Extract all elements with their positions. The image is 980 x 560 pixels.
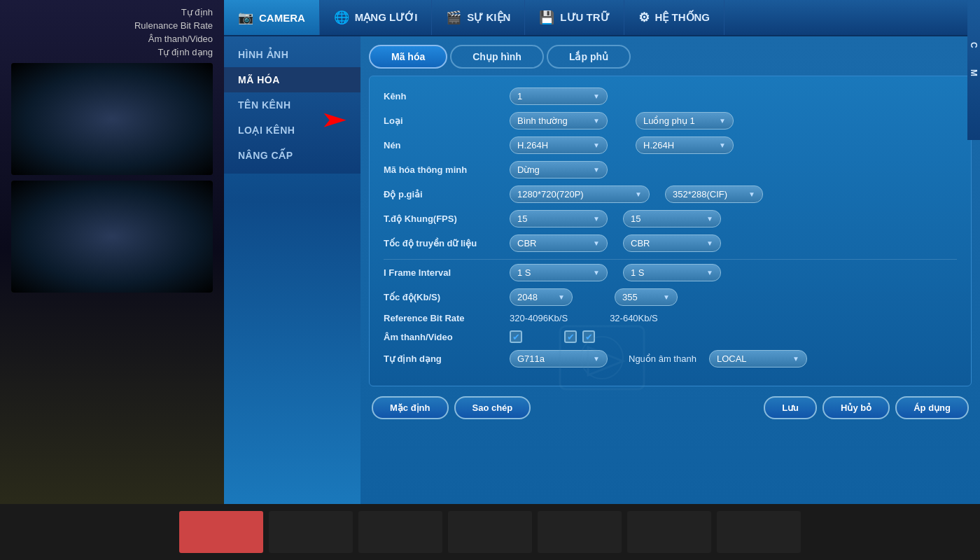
sidebar-item-ma-hoa[interactable]: MÃ HÓA — [224, 67, 360, 92]
bottom-camera-7 — [717, 511, 801, 553]
bottom-camera-5 — [538, 511, 622, 553]
select-toc-do-truyen-col1[interactable]: CBR ▼ — [510, 234, 608, 252]
bottom-camera-4 — [448, 511, 532, 553]
select-i-frame-col1[interactable]: 1 S ▼ — [510, 264, 608, 281]
content-area: Mã hóa Chụp hình Lắp phủ Kênh 1 ▼ Loại — [360, 36, 980, 504]
btn-group-right: Lưu Hủy bỏ Áp dụng — [764, 396, 969, 419]
sidebar-item-nang-cap[interactable]: Nâng cấp — [224, 143, 360, 168]
camera-feed-1 — [11, 63, 213, 175]
row-i-frame-interval: I Frame Interval 1 S ▼ 1 S ▼ — [384, 264, 957, 281]
mac-dinh-button[interactable]: Mặc định — [372, 396, 449, 419]
select-tdo-khung-col2[interactable]: 15 ▼ — [623, 210, 721, 227]
chevron-down-icon: ▼ — [706, 269, 713, 276]
tab-chup-hinh[interactable]: Chụp hình — [450, 45, 544, 69]
select-toc-do-kb-col1[interactable]: 2048 ▼ — [510, 288, 573, 306]
network-icon: 🌐 — [334, 10, 349, 25]
row-ma-hoa-thong-minh: Mã hóa thông minh Dừng ▼ — [384, 161, 957, 178]
red-arrow: ➤ — [321, 108, 346, 132]
bg-text-3: Âm thanh/Video — [11, 34, 213, 44]
nav-mang-luoi-label: MẠNG LƯỚI — [355, 11, 418, 24]
sidebar-menu: HÌNH ẢNH MÃ HÓA TÊN KÊNH LOẠI KÊNH Nâng … — [224, 36, 360, 174]
huy-bo-button[interactable]: Hủy bỏ — [822, 396, 890, 419]
select-toc-do-truyen-col2[interactable]: CBR ▼ — [623, 234, 721, 252]
bg-text-1: Tự định — [11, 7, 213, 18]
tab-lap-phu[interactable]: Lắp phủ — [547, 45, 631, 69]
chevron-down-icon: ▼ — [748, 190, 755, 198]
label-am-thanh-video: Âm thanh/Video — [384, 332, 503, 342]
top-nav: 📷 CAMERA 🌐 MẠNG LƯỚI 🎬 SỰ KIỆN 💾 LƯU TRỮ… — [224, 0, 980, 36]
chevron-down-icon: ▼ — [706, 239, 713, 247]
nav-luu-tru[interactable]: 💾 LƯU TRỮ — [525, 0, 624, 35]
select-i-frame-col2[interactable]: 1 S ▼ — [623, 264, 721, 281]
label-loai: Loại — [384, 115, 503, 126]
nav-luu-tru-label: LƯU TRỮ — [560, 11, 609, 24]
label-i-frame-interval: I Frame Interval — [384, 267, 503, 278]
chevron-down-icon: ▼ — [558, 293, 565, 301]
camera-feed-2 — [11, 181, 213, 293]
checkbox-icon-1[interactable]: ✔ — [510, 330, 522, 343]
chevron-down-icon: ▼ — [593, 269, 600, 276]
label-toc-do-kb: Tốc độ(Kb/S) — [384, 292, 503, 302]
select-ma-hoa-thong-minh[interactable]: Dừng ▼ — [510, 161, 608, 178]
select-toc-do-kb-col2[interactable]: 355 ▼ — [615, 288, 678, 306]
label-kenh: Kênh — [384, 91, 503, 102]
chevron-down-icon: ▼ — [706, 215, 713, 223]
bottom-camera-2 — [269, 511, 353, 553]
select-loai-col1[interactable]: Bình thường ▼ — [510, 112, 608, 130]
row-toc-do-kb: Tốc độ(Kb/S) 2048 ▼ 355 ▼ — [384, 288, 957, 306]
label-do-phan-giai: Độ p.giải — [384, 189, 503, 200]
main-ui: 📷 CAMERA 🌐 MẠNG LƯỚI 🎬 SỰ KIỆN 💾 LƯU TRỮ… — [224, 0, 980, 504]
chevron-down-icon: ▼ — [635, 190, 642, 198]
sao-chep-button[interactable]: Sao chép — [454, 396, 531, 419]
luu-button[interactable]: Lưu — [764, 396, 817, 419]
form-divider — [384, 259, 957, 260]
bottom-camera-3 — [358, 511, 442, 553]
label-reference-bit-rate: Reference Bit Rate — [384, 313, 503, 323]
chevron-down-icon: ▼ — [593, 141, 600, 149]
sidebar-item-hinh-anh[interactable]: HÌNH ẢNH — [224, 42, 360, 67]
nav-he-thong[interactable]: ⚙ HỆ THỐNG — [624, 0, 725, 35]
select-nen-col1[interactable]: H.264H ▼ — [510, 136, 608, 154]
nav-mang-luoi[interactable]: 🌐 MẠNG LƯỚI — [320, 0, 433, 35]
label-ma-hoa-thong-minh: Mã hóa thông minh — [384, 164, 503, 175]
select-do-phan-giai-col1[interactable]: 1280*720(720P) ▼ — [510, 186, 650, 203]
tabs: Mã hóa Chụp hình Lắp phủ — [369, 45, 972, 69]
checkbox-am-thanh-col1[interactable]: ✔ — [510, 330, 522, 343]
select-loai-col2[interactable]: Luồng phụ 1 ▼ — [636, 112, 734, 130]
right-panel-hint: C M — [967, 0, 980, 140]
chevron-down-icon: ▼ — [593, 166, 600, 174]
system-icon: ⚙ — [638, 10, 650, 25]
chevron-down-icon: ▼ — [719, 117, 726, 125]
label-tu-dinh-dang: Tự định dạng — [384, 354, 503, 364]
nav-camera[interactable]: 📷 CAMERA — [224, 0, 320, 35]
bg-bottom — [0, 504, 980, 560]
right-panel-letter-c: C — [969, 42, 979, 48]
ap-dung-button[interactable]: Áp dụng — [895, 396, 969, 419]
svg-rect-0 — [560, 326, 644, 389]
row-tdo-khung: T.độ Khung(FPS) 15 ▼ 15 ▼ — [384, 210, 957, 227]
watermark — [532, 312, 672, 420]
row-do-phan-giai: Độ p.giải 1280*720(720P) ▼ 352*288(CIF) … — [384, 186, 957, 203]
select-tdo-khung-col1[interactable]: 15 ▼ — [510, 210, 608, 227]
select-nen-col2[interactable]: H.264H ▼ — [636, 136, 734, 154]
camera-icon: 📷 — [238, 10, 253, 25]
bg-text-2: Rulenance Bit Rate — [11, 20, 213, 31]
right-panel-letter-m: M — [969, 69, 979, 76]
chevron-down-icon: ▼ — [792, 355, 799, 363]
nav-su-kien[interactable]: 🎬 SỰ KIỆN — [432, 0, 525, 35]
select-do-phan-giai-col2[interactable]: 352*288(CIF) ▼ — [665, 186, 763, 203]
chevron-down-icon: ▼ — [719, 141, 726, 149]
chevron-down-icon: ▼ — [593, 92, 600, 100]
row-loai: Loại Bình thường ▼ Luồng phụ 1 ▼ — [384, 112, 957, 130]
row-nen: Nén H.264H ▼ H.264H ▼ — [384, 136, 957, 154]
select-nguon-am-thanh[interactable]: LOCAL ▼ — [709, 350, 807, 368]
bottom-camera-1 — [179, 511, 263, 553]
tab-ma-hoa[interactable]: Mã hóa — [369, 45, 447, 69]
select-kenh[interactable]: 1 ▼ — [510, 88, 608, 105]
bg-text-4: Tự định dạng — [11, 47, 213, 57]
label-toc-do-truyen: Tốc độ truyền dữ liệu — [384, 238, 503, 248]
event-icon: 🎬 — [446, 10, 461, 25]
storage-icon: 💾 — [539, 10, 554, 25]
row-kenh: Kênh 1 ▼ — [384, 88, 957, 105]
nav-he-thong-label: HỆ THỐNG — [655, 11, 710, 24]
